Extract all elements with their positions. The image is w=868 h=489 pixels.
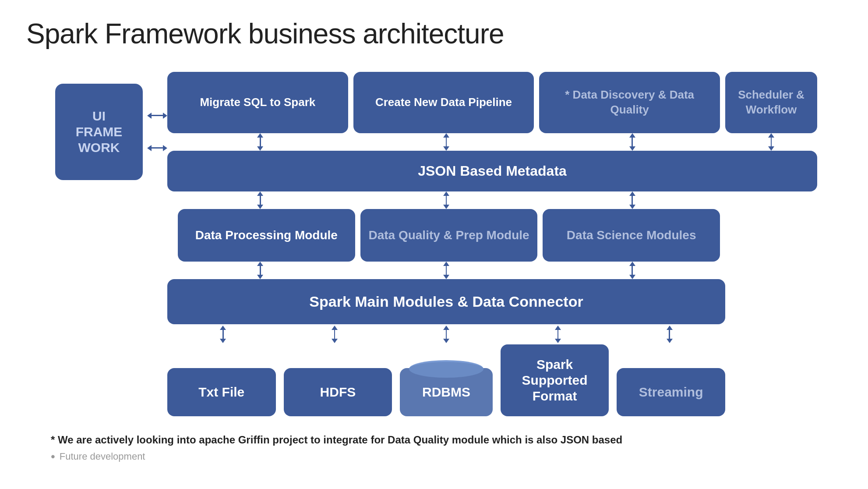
- arrow-json-to-processing: [257, 191, 263, 209]
- arrow-spark-to-spark-format: [555, 326, 561, 343]
- arrow-spark-to-rdbms: [443, 326, 449, 343]
- streaming-label: Streaming: [639, 385, 703, 400]
- footer: * We are actively looking into apache Gr…: [51, 434, 817, 464]
- rdbms-cylinder: RDBMS: [400, 368, 493, 416]
- json-metadata-box: JSON Based Metadata: [167, 151, 817, 191]
- arrow-spark-to-streaming: [667, 326, 673, 343]
- data-quality-prep-box: Data Quality & Prep Module: [360, 209, 538, 262]
- arrow-discovery-to-json: [629, 133, 635, 151]
- txt-file-box: Txt File: [167, 368, 276, 416]
- footer-future: Future development: [51, 450, 817, 464]
- hdfs-box: HDFS: [284, 368, 392, 416]
- arrow-json-to-science: [629, 191, 635, 209]
- spark-format-box: Spark Supported Format: [501, 344, 609, 416]
- spark-main-row: Spark Main Modules & Data Connector: [51, 279, 817, 324]
- spark-to-sources-arrows: [51, 324, 817, 344]
- arrow-quality-to-spark: [443, 262, 449, 279]
- rdbms-label: RDBMS: [422, 385, 470, 400]
- data-quality-prep-label: Data Quality & Prep Module: [368, 227, 529, 243]
- arrow-science-to-spark: [629, 262, 635, 279]
- arrow-json-to-quality: [443, 191, 449, 209]
- arrow-spark-to-hdfs: [332, 326, 338, 343]
- ui-framework-label: UI FRAME WORK: [76, 108, 123, 156]
- data-science-box: Data Science Modules: [543, 209, 720, 262]
- data-sources-row: Txt File HDFS RDBMS Spark Supported Form…: [51, 344, 817, 416]
- footer-note: * We are actively looking into apache Gr…: [51, 434, 817, 446]
- arrow-migrate-to-json: [257, 133, 263, 151]
- arrow-processing-to-spark: [257, 262, 263, 279]
- ui-to-json-arrow: [147, 145, 167, 151]
- create-pipeline-label: Create New Data Pipeline: [375, 95, 512, 110]
- architecture-diagram: UI FRAME WORK Migrate SQL to Sp: [51, 72, 817, 416]
- txt-file-label: Txt File: [198, 385, 244, 400]
- create-pipeline-box: Create New Data Pipeline: [353, 72, 534, 133]
- arrow-pipeline-to-json: [443, 133, 449, 151]
- top-to-json-arrows: [167, 133, 817, 151]
- data-processing-label: Data Processing Module: [195, 227, 338, 243]
- data-discovery-box: * Data Discovery & Data Quality: [539, 72, 720, 133]
- streaming-box: Streaming: [617, 368, 725, 416]
- scheduler-label: Scheduler & Workflow: [733, 88, 809, 117]
- data-science-label: Data Science Modules: [567, 227, 696, 243]
- arrow-spark-to-txt: [220, 326, 226, 343]
- rdbms-wrap: RDBMS: [400, 368, 493, 416]
- page-title: Spark Framework business architecture: [26, 18, 842, 50]
- ui-to-modules-arrow-top: [147, 113, 167, 119]
- mid-modules-row: Data Processing Module Data Quality & Pr…: [51, 209, 817, 262]
- spark-format-label: Spark Supported Format: [508, 357, 601, 404]
- data-processing-box: Data Processing Module: [178, 209, 355, 262]
- spark-main-label: Spark Main Modules & Data Connector: [309, 293, 583, 310]
- scheduler-box: Scheduler & Workflow: [725, 72, 817, 133]
- data-discovery-label: * Data Discovery & Data Quality: [547, 88, 712, 117]
- migrate-sql-box: Migrate SQL to Spark: [167, 72, 348, 133]
- mid-to-spark-arrows: [51, 262, 817, 279]
- hdfs-label: HDFS: [320, 385, 356, 400]
- json-to-mid-arrows: [51, 191, 817, 209]
- arrow-scheduler-to-json: [768, 133, 774, 151]
- ui-framework-box: UI FRAME WORK: [55, 84, 143, 180]
- migrate-sql-label: Migrate SQL to Spark: [200, 95, 315, 110]
- spark-main-box: Spark Main Modules & Data Connector: [167, 279, 725, 324]
- json-metadata-label: JSON Based Metadata: [418, 163, 567, 179]
